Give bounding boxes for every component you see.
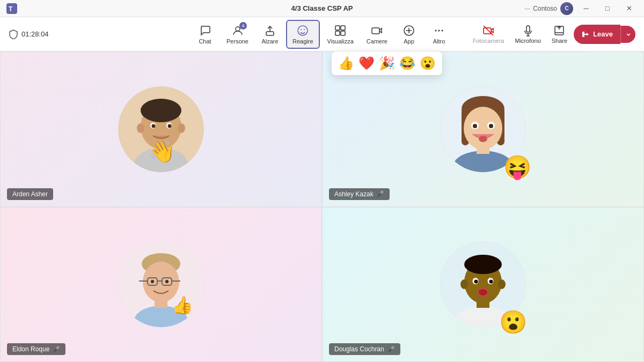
chat-label: Chat	[199, 38, 211, 45]
svg-point-64	[460, 279, 468, 289]
altro-label: Altro	[433, 38, 445, 45]
arden-name: Arden Asher	[12, 190, 48, 198]
svg-point-56	[151, 280, 154, 283]
visualizza-label: Visualizza	[327, 38, 354, 45]
laugh-emoji-btn[interactable]: 😂	[399, 56, 415, 71]
svg-rect-11	[372, 28, 379, 34]
share-label: Share	[552, 38, 567, 44]
svg-point-14	[438, 29, 440, 31]
leave-btn[interactable]: Leave	[574, 25, 620, 44]
microfono-btn[interactable]: Microfono	[510, 23, 545, 46]
nametag-arden: Arden Asher	[7, 188, 53, 200]
app-icon	[403, 24, 415, 37]
svg-rect-16	[484, 28, 491, 34]
app-btn[interactable]: App	[395, 21, 423, 48]
svg-text:👍: 👍	[172, 295, 193, 315]
toolbar: 01:28:04 Chat 4 Persone Alzare	[0, 17, 644, 51]
visualizza-icon	[334, 24, 346, 37]
wow-emoji-btn[interactable]: 😮	[420, 56, 436, 71]
svg-point-45	[479, 136, 487, 142]
svg-point-44	[489, 124, 493, 128]
camere-icon	[371, 24, 383, 37]
shield-icon	[9, 29, 18, 39]
svg-point-32	[168, 124, 172, 128]
microfono-label: Microfono	[515, 38, 540, 44]
nametag-douglas: Douglas Cochran 🎤	[329, 343, 400, 355]
ashley-name: Ashley Kazak	[334, 190, 374, 198]
party-emoji-btn[interactable]: 🎉	[379, 56, 395, 71]
svg-point-27	[137, 123, 144, 133]
leave-chevron-btn[interactable]	[620, 26, 635, 43]
svg-point-15	[441, 29, 443, 31]
svg-rect-7	[335, 26, 340, 30]
maximize-btn[interactable]: □	[599, 0, 616, 17]
toolbar-right: Fotocamera Microfono Share Leave	[469, 23, 635, 46]
avatar-eldon: 👍	[118, 241, 204, 327]
chat-icon	[199, 24, 211, 37]
titlebar-left: T	[6, 3, 17, 14]
video-grid: 👋 Arden Asher	[0, 51, 644, 362]
svg-point-26	[141, 99, 181, 122]
svg-point-6	[304, 29, 305, 30]
mic-icon-eldon: 🎤	[53, 346, 60, 353]
titlebar-right: ··· Contoso C ─ □ ✕	[524, 0, 638, 17]
persone-label: Persone	[226, 38, 248, 45]
meeting-timer: 01:28:04	[21, 30, 49, 38]
reagire-btn[interactable]: Reagire	[286, 20, 320, 49]
teams-icon: T	[6, 3, 17, 14]
svg-point-63	[464, 255, 502, 274]
leave-wrap: Leave	[574, 25, 635, 44]
svg-point-40	[464, 107, 502, 150]
camere-btn[interactable]: Camere	[361, 21, 393, 48]
minimize-btn[interactable]: ─	[577, 0, 595, 17]
altro-btn[interactable]: Altro	[425, 21, 453, 48]
app-label: App	[404, 38, 414, 45]
mic-icon-douglas: 🎤	[387, 346, 395, 353]
svg-point-68	[474, 280, 478, 284]
alzare-btn[interactable]: Alzare	[256, 21, 284, 48]
more-dots-btn[interactable]: ···	[524, 5, 530, 12]
svg-point-2	[236, 27, 240, 31]
titlebar: T 4/3 Classe CSP AP ··· Contoso C ─ □ ✕	[0, 0, 644, 17]
svg-rect-10	[341, 31, 345, 35]
thumbs-up-emoji-btn[interactable]: 👍	[338, 56, 354, 71]
svg-point-13	[435, 29, 436, 31]
fotocamera-icon	[482, 25, 494, 36]
svg-point-31	[152, 124, 156, 128]
contoso-area: ··· Contoso C	[524, 2, 573, 15]
alzare-label: Alzare	[261, 38, 278, 45]
share-icon	[553, 25, 565, 36]
chat-btn[interactable]: Chat	[191, 21, 219, 48]
camere-label: Camere	[367, 38, 387, 45]
mic-icon-ashley: 🎤	[377, 190, 384, 197]
video-cell-douglas: 😮 Douglas Cochran 🎤	[322, 207, 644, 363]
user-avatar[interactable]: C	[560, 2, 573, 15]
close-btn[interactable]: ✕	[620, 0, 638, 17]
svg-rect-9	[335, 31, 340, 35]
share-btn[interactable]: Share	[547, 23, 572, 46]
svg-point-5	[301, 29, 302, 30]
reagire-label: Reagire	[292, 38, 313, 45]
svg-point-57	[165, 280, 169, 283]
contoso-label: Contoso	[533, 5, 557, 12]
alzare-icon	[264, 24, 276, 37]
altro-icon	[433, 24, 445, 37]
eldon-name: Eldon Roque	[12, 345, 49, 353]
svg-point-43	[473, 124, 477, 128]
fotocamera-btn[interactable]: Fotocamera	[469, 23, 509, 46]
svg-text:👋: 👋	[149, 138, 175, 164]
heart-emoji-btn[interactable]: ❤️	[358, 56, 375, 71]
toolbar-center: Chat 4 Persone Alzare Reagire	[191, 20, 453, 49]
reaction-ashley: 😝	[503, 154, 531, 180]
svg-point-69	[489, 280, 493, 284]
persone-btn[interactable]: 4 Persone	[221, 21, 254, 48]
reagire-icon	[297, 24, 309, 37]
fotocamera-label: Fotocamera	[473, 38, 504, 44]
persone-icon: 4	[232, 24, 244, 37]
svg-point-4	[298, 26, 308, 35]
video-cell-arden: 👋 Arden Asher	[0, 51, 322, 207]
svg-rect-3	[266, 32, 274, 35]
douglas-name: Douglas Cochran	[334, 345, 384, 353]
visualizza-btn[interactable]: Visualizza	[322, 21, 359, 48]
reaction-douglas: 😮	[499, 309, 527, 335]
